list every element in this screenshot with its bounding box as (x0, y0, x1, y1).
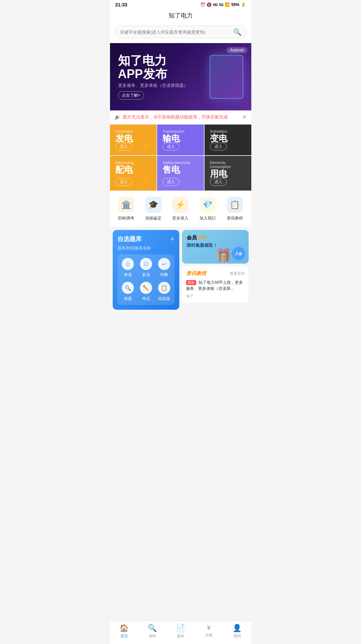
questions-icon: 📄 (176, 624, 185, 633)
category-selling[interactable]: Selling electricity 售电 进入 (157, 156, 204, 191)
cat-en-2: Substation (210, 129, 246, 133)
nav-item-profile[interactable]: 👤 我的 (227, 624, 247, 639)
cat-en-4: Selling electricity (163, 161, 198, 165)
vip-text-label: VIP (198, 235, 206, 240)
banner-subtitle: 更多服务、更多体验（含读屏搜题） (118, 82, 206, 89)
cat-zh-2: 变电 (210, 134, 246, 143)
cat-enter-3[interactable]: 进入 (115, 178, 132, 186)
news-title: 资讯教程 (186, 270, 206, 277)
quick-label-4: 资讯教程 (227, 215, 243, 221)
cat-en-3: Distributing (115, 161, 151, 165)
quick-label-3: 加入我们 (200, 215, 216, 221)
banner-title: 知了电力APP发布 (118, 54, 206, 80)
option-label-2: 判断 (160, 272, 168, 278)
search-input-wrap[interactable]: 🔍 (115, 26, 247, 38)
banner-device-image (210, 55, 243, 99)
notice-icon: 🔊 (115, 114, 120, 120)
category-consumption[interactable]: Electricity consumption 用电 进入 (205, 156, 251, 191)
status-time: 21:33 (115, 2, 128, 7)
nav-item-home[interactable]: 🏠 首页 (114, 624, 134, 639)
quick-item-1[interactable]: 🎓 技能鉴定 (145, 197, 161, 221)
search-icon[interactable]: 🔍 (233, 29, 242, 35)
quick-icon-3: 💎 (200, 197, 216, 213)
cat-enter-5[interactable]: 进入 (210, 178, 227, 186)
cat-enter-4[interactable]: 进入 (163, 178, 179, 186)
banner-button[interactable]: 点击了解> (118, 91, 144, 100)
quick-icon-2: ⚡ (172, 197, 188, 213)
panel-plus-button[interactable]: + (170, 235, 175, 243)
nav-item-questions[interactable]: 📄 题库 (171, 624, 191, 639)
option-paper[interactable]: 📋 纸质版 (157, 282, 171, 302)
option-icon-5: 📋 (158, 282, 170, 294)
news-source: 知了 (186, 294, 245, 299)
news-content: 最新 知了电力APP上线，更多服务、更多体验（含读屏... (186, 279, 245, 292)
category-substation[interactable]: Substation 变电 进入 (205, 125, 251, 155)
cat-enter-1[interactable]: 进入 (163, 143, 179, 150)
cat-zh-4: 售电 (163, 165, 198, 174)
quick-icon-1: 🎓 (145, 197, 161, 213)
nav-label-questions: 题库 (177, 634, 184, 639)
option-label-0: 单选 (124, 272, 132, 278)
option-exam[interactable]: ✏️ 考试 (139, 282, 153, 302)
cat-enter-2[interactable]: 进入 (210, 143, 227, 150)
search-input[interactable] (120, 30, 233, 35)
vip-join-button[interactable]: 入会 (232, 247, 245, 260)
nav-label-material: 资料 (149, 634, 156, 639)
cat-bg-icon-0: ⚡ (137, 137, 154, 152)
page-title: 知了电力 (169, 12, 193, 19)
cat-enter-0[interactable]: 进入 (115, 143, 132, 150)
option-search[interactable]: 🔍 搜题 (121, 282, 135, 302)
quick-item-4[interactable]: 📋 资讯教程 (227, 197, 243, 221)
option-single[interactable]: ⊙ 单选 (121, 258, 135, 278)
banner-text: 知了电力APP发布 更多服务、更多体验（含读屏搜题） 点击了解> (118, 54, 206, 100)
quick-item-2[interactable]: ⚡ 安全准入 (172, 197, 188, 221)
news-more-button[interactable]: 查看全部 (230, 271, 245, 276)
right-panel: 会员 VIP 限时集题领取！ 🎁 入会 资讯教程 查看全部 最新 知了电力APP… (182, 230, 249, 310)
option-multi[interactable]: ☑ 多选 (139, 258, 153, 278)
nav-item-collection[interactable]: ¥ 合集 (199, 624, 219, 639)
options-grid: ⊙ 单选 ☑ 多选 ↩ 判断 🔍 搜题 ✏️ 考试 (117, 255, 175, 305)
quick-item-0[interactable]: 🏛️ 职称调考 (118, 197, 134, 221)
home-icon: 🏠 (119, 624, 129, 633)
category-grid: Generation 发电 进入 ⚡ Transmission 输电 进入 Su… (110, 125, 251, 191)
option-label-5: 纸质版 (158, 296, 170, 302)
nav-label-home: 首页 (120, 634, 128, 639)
notice-text: 图片无法显示，但不影响刷题功能使用，尽快切换完成 (123, 114, 228, 120)
quick-label-1: 技能鉴定 (145, 215, 161, 221)
panel-header: 自选题库 + (117, 235, 175, 243)
category-generation[interactable]: Generation 发电 进入 ⚡ (110, 125, 157, 155)
battery-icon: 🔋 (241, 2, 246, 7)
bottom-nav: 🏠 首页 🔍 资料 📄 题库 ¥ 合集 👤 我的 (110, 621, 251, 644)
nav-item-material[interactable]: 🔍 资料 (142, 624, 163, 639)
news-header: 资讯教程 查看全部 (186, 270, 245, 277)
quick-icon-4: 📋 (227, 197, 243, 213)
vip-title: 会员 VIP (187, 235, 244, 241)
option-icon-0: ⊙ (122, 258, 134, 270)
option-icon-2: ↩ (158, 258, 170, 270)
hd-icon: HD (213, 3, 218, 7)
category-transmission[interactable]: Transmission 输电 进入 (157, 125, 204, 155)
notice-bar: 🔊 图片无法显示，但不影响刷题功能使用，尽快切换完成 ✕ (110, 110, 251, 124)
option-icon-4: ✏️ (140, 282, 152, 294)
nav-label-collection: 合集 (205, 633, 213, 638)
status-icons: ⏰ 🔇 HD 5G 📶 55% 🔋 (200, 2, 246, 7)
alarm-icon: ⏰ (200, 2, 205, 7)
cat-en-5: Electricity consumption (210, 161, 246, 169)
quick-item-3[interactable]: 💎 加入我们 (200, 197, 216, 221)
vip-gift-icon: 🎁 (215, 248, 232, 264)
news-card: 资讯教程 查看全部 最新 知了电力APP上线，更多服务、更多体验（含读屏... … (182, 266, 249, 303)
cat-zh-1: 输电 (163, 134, 198, 143)
banner-android-badge: Android (226, 47, 247, 53)
option-label-3: 搜题 (124, 296, 132, 302)
notice-close-button[interactable]: ✕ (242, 114, 247, 120)
quick-icon-0: 🏛️ (118, 197, 134, 213)
profile-icon: 👤 (232, 624, 242, 633)
battery-label: 55% (231, 2, 239, 7)
quick-label-2: 安全准入 (172, 215, 188, 221)
self-select-panel: 自选题库 + 题库类别/题库名称 ⊙ 单选 ☑ 多选 ↩ 判断 🔍 (113, 230, 179, 310)
cat-en-0: Generation (115, 129, 151, 133)
category-distributing[interactable]: Distributing 配电 进入 ⚡ (110, 156, 157, 191)
option-judge[interactable]: ↩ 判断 (157, 258, 171, 278)
signal-icon: 📶 (225, 2, 230, 7)
vip-card: 会员 VIP 限时集题领取！ 🎁 入会 (182, 230, 249, 264)
